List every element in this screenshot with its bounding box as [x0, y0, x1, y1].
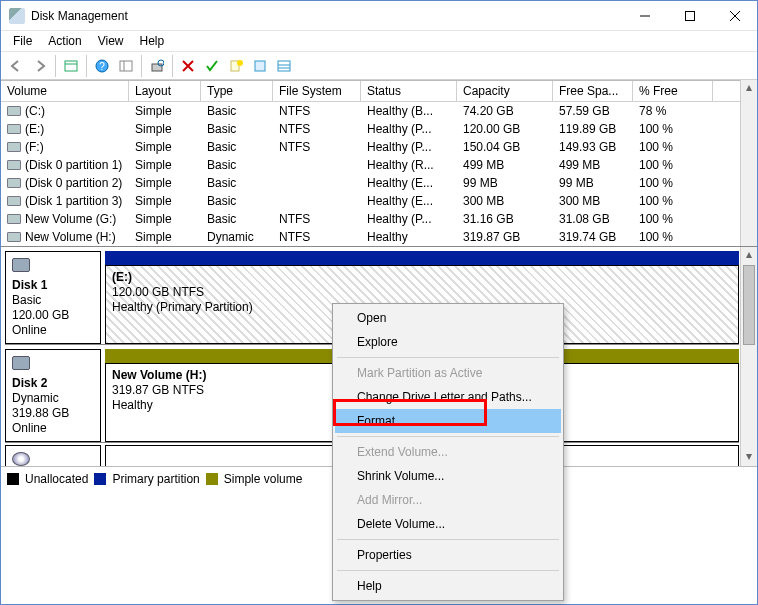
- drive-icon: [7, 232, 21, 242]
- col-cap[interactable]: Capacity: [457, 81, 553, 101]
- refresh-button[interactable]: [146, 55, 168, 77]
- ctx-extend: Extend Volume...: [335, 440, 561, 464]
- titlebar: Disk Management: [1, 1, 757, 31]
- menu-help[interactable]: Help: [132, 32, 173, 50]
- svg-rect-4: [65, 61, 77, 71]
- disk-label-cd: CD-ROM 0 DVD (D:) No Media: [5, 445, 101, 466]
- drive-icon: [7, 214, 21, 224]
- drive-icon: [7, 160, 21, 170]
- maximize-button[interactable]: [667, 1, 712, 30]
- settings-button[interactable]: [115, 55, 137, 77]
- menu-view[interactable]: View: [90, 32, 132, 50]
- table-row[interactable]: New Volume (G:)SimpleBasicNTFSHealthy (P…: [1, 210, 757, 228]
- svg-rect-10: [152, 64, 162, 71]
- ctx-mark-active: Mark Partition as Active: [335, 361, 561, 385]
- col-fs[interactable]: File System: [273, 81, 361, 101]
- svg-rect-15: [278, 61, 290, 71]
- ctx-explore[interactable]: Explore: [335, 330, 561, 354]
- col-status[interactable]: Status: [361, 81, 457, 101]
- ctx-shrink[interactable]: Shrink Volume...: [335, 464, 561, 488]
- delete-button[interactable]: [177, 55, 199, 77]
- menubar: File Action View Help: [1, 31, 757, 52]
- col-volume[interactable]: Volume: [1, 81, 129, 101]
- list-view-button[interactable]: [273, 55, 295, 77]
- disk-icon: [12, 356, 30, 370]
- minimize-button[interactable]: [622, 1, 667, 30]
- drive-icon: [7, 196, 21, 206]
- menu-file[interactable]: File: [5, 32, 40, 50]
- disk-label-2: Disk 2 Dynamic 319.88 GB Online: [5, 349, 101, 442]
- col-type[interactable]: Type: [201, 81, 273, 101]
- table-row[interactable]: New Volume (H:)SimpleDynamicNTFSHealthy3…: [1, 228, 757, 246]
- context-menu: Open Explore Mark Partition as Active Ch…: [332, 303, 564, 601]
- col-layout[interactable]: Layout: [129, 81, 201, 101]
- ctx-change-drive-letter[interactable]: Change Drive Letter and Paths...: [335, 385, 561, 409]
- drive-icon: [7, 124, 21, 134]
- disk-icon: [12, 258, 30, 272]
- legend-simple: Simple volume: [224, 472, 303, 486]
- menu-action[interactable]: Action: [40, 32, 89, 50]
- table-row[interactable]: (E:)SimpleBasicNTFSHealthy (P...120.00 G…: [1, 120, 757, 138]
- window-title: Disk Management: [31, 9, 622, 23]
- app-icon: [9, 8, 25, 24]
- ctx-format[interactable]: Format...: [335, 409, 561, 433]
- ctx-add-mirror: Add Mirror...: [335, 488, 561, 512]
- ctx-help[interactable]: Help: [335, 574, 561, 598]
- volume-list-header: Volume Layout Type File System Status Ca…: [1, 81, 757, 102]
- new-button[interactable]: [225, 55, 247, 77]
- svg-text:?: ?: [99, 61, 105, 72]
- legend-primary: Primary partition: [112, 472, 199, 486]
- drive-icon: [7, 142, 21, 152]
- partition-bar: [105, 251, 739, 265]
- close-button[interactable]: [712, 1, 757, 30]
- drive-icon: [7, 178, 21, 188]
- ctx-properties[interactable]: Properties: [335, 543, 561, 567]
- table-row[interactable]: (F:)SimpleBasicNTFSHealthy (P...150.04 G…: [1, 138, 757, 156]
- svg-point-13: [237, 60, 243, 66]
- disk-view-scrollbar[interactable]: ▴ ▾: [740, 247, 757, 466]
- table-row[interactable]: (C:)SimpleBasicNTFSHealthy (B...74.20 GB…: [1, 102, 757, 120]
- table-row[interactable]: (Disk 0 partition 1)SimpleBasicHealthy (…: [1, 156, 757, 174]
- check-button[interactable]: [201, 55, 223, 77]
- volume-list-scrollbar[interactable]: ▴: [740, 80, 757, 246]
- svg-rect-14: [255, 61, 265, 71]
- svg-rect-8: [120, 61, 132, 71]
- ctx-delete[interactable]: Delete Volume...: [335, 512, 561, 536]
- toolbar: ?: [1, 52, 757, 80]
- drive-icon: [7, 106, 21, 116]
- disk-label-1: Disk 1 Basic 120.00 GB Online: [5, 251, 101, 344]
- table-row[interactable]: (Disk 1 partition 3)SimpleBasicHealthy (…: [1, 192, 757, 210]
- volume-list: Volume Layout Type File System Status Ca…: [1, 80, 757, 246]
- table-row[interactable]: (Disk 0 partition 2)SimpleBasicHealthy (…: [1, 174, 757, 192]
- properties-button[interactable]: [249, 55, 271, 77]
- back-button[interactable]: [5, 55, 27, 77]
- cdrom-icon: [12, 452, 30, 466]
- col-pct[interactable]: % Free: [633, 81, 713, 101]
- forward-button[interactable]: [29, 55, 51, 77]
- svg-rect-1: [685, 11, 694, 20]
- help-button[interactable]: ?: [91, 55, 113, 77]
- col-free[interactable]: Free Spa...: [553, 81, 633, 101]
- show-hide-tree-button[interactable]: [60, 55, 82, 77]
- legend-unallocated: Unallocated: [25, 472, 88, 486]
- ctx-open[interactable]: Open: [335, 306, 561, 330]
